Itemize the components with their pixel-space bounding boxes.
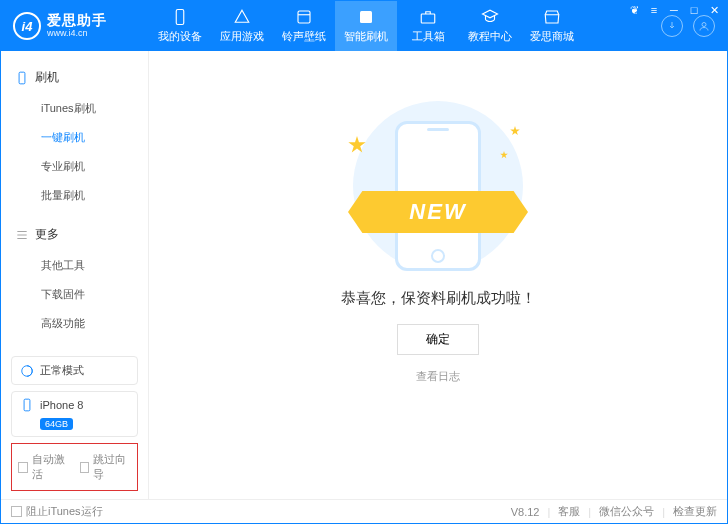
device-selector[interactable]: iPhone 8 64GB (11, 391, 138, 437)
svg-rect-1 (298, 11, 310, 23)
sidebar-item-download-firmware[interactable]: 下载固件 (1, 280, 148, 309)
logo-icon: i4 (13, 12, 41, 40)
version-label: V8.12 (511, 506, 540, 518)
view-log-link[interactable]: 查看日志 (416, 369, 460, 384)
sidebar-item-batch-flash[interactable]: 批量刷机 (1, 181, 148, 210)
user-icon[interactable] (693, 15, 715, 37)
sidebar-item-advanced[interactable]: 高级功能 (1, 309, 148, 338)
statusbar: 阻止iTunes运行 V8.12| 客服| 微信公众号| 检查更新 (1, 499, 727, 523)
svg-rect-2 (360, 11, 372, 23)
nav-ringtones[interactable]: 铃声壁纸 (273, 1, 335, 51)
new-ribbon: NEW (348, 191, 528, 233)
menu-icon[interactable]: ≡ (648, 4, 660, 16)
minimize-icon[interactable]: ─ (668, 4, 680, 16)
svg-rect-5 (19, 72, 25, 84)
svg-rect-7 (24, 399, 30, 411)
svg-point-4 (702, 23, 706, 27)
shirt-icon[interactable]: ❦ (628, 4, 640, 16)
main-content: NEW 恭喜您，保资料刷机成功啦！ 确定 查看日志 (149, 51, 727, 499)
app-logo: i4 爱思助手 www.i4.cn (1, 12, 149, 40)
mode-selector[interactable]: 正常模式 (11, 356, 138, 385)
titlebar: i4 爱思助手 www.i4.cn 我的设备 应用游戏 铃声壁纸 智能刷机 工具… (1, 1, 727, 51)
ok-button[interactable]: 确定 (397, 324, 479, 355)
nav-toolbox[interactable]: 工具箱 (397, 1, 459, 51)
sidebar-item-itunes-flash[interactable]: iTunes刷机 (1, 94, 148, 123)
nav-tutorials[interactable]: 教程中心 (459, 1, 521, 51)
success-message: 恭喜您，保资料刷机成功啦！ (341, 289, 536, 308)
top-nav: 我的设备 应用游戏 铃声壁纸 智能刷机 工具箱 教程中心 爱思商城 (149, 1, 661, 51)
nav-apps-games[interactable]: 应用游戏 (211, 1, 273, 51)
highlighted-options: 自动激活 跳过向导 (11, 443, 138, 491)
checkbox-block-itunes[interactable]: 阻止iTunes运行 (11, 504, 103, 519)
sidebar-group-flash[interactable]: 刷机 (1, 61, 148, 94)
brand-url: www.i4.cn (47, 29, 107, 39)
sidebar-item-other-tools[interactable]: 其他工具 (1, 251, 148, 280)
footer-link-update[interactable]: 检查更新 (673, 504, 717, 519)
download-icon[interactable] (661, 15, 683, 37)
brand-name: 爱思助手 (47, 13, 107, 28)
close-icon[interactable]: ✕ (708, 4, 720, 16)
nav-store[interactable]: 爱思商城 (521, 1, 583, 51)
svg-rect-3 (421, 14, 435, 23)
svg-rect-0 (176, 10, 184, 25)
sidebar-item-pro-flash[interactable]: 专业刷机 (1, 152, 148, 181)
nav-smart-flash[interactable]: 智能刷机 (335, 1, 397, 51)
sidebar-group-more[interactable]: 更多 (1, 218, 148, 251)
sidebar-item-oneclick-flash[interactable]: 一键刷机 (1, 123, 148, 152)
device-name: iPhone 8 (40, 399, 83, 411)
storage-badge: 64GB (40, 418, 73, 430)
footer-link-wechat[interactable]: 微信公众号 (599, 504, 654, 519)
nav-my-device[interactable]: 我的设备 (149, 1, 211, 51)
maximize-icon[interactable]: □ (688, 4, 700, 16)
success-illustration: NEW (338, 101, 538, 271)
sidebar: 刷机 iTunes刷机 一键刷机 专业刷机 批量刷机 更多 其他工具 下载固件 … (1, 51, 149, 499)
checkbox-skip-guide[interactable]: 跳过向导 (80, 452, 132, 482)
footer-link-support[interactable]: 客服 (558, 504, 580, 519)
checkbox-auto-activate[interactable]: 自动激活 (18, 452, 70, 482)
